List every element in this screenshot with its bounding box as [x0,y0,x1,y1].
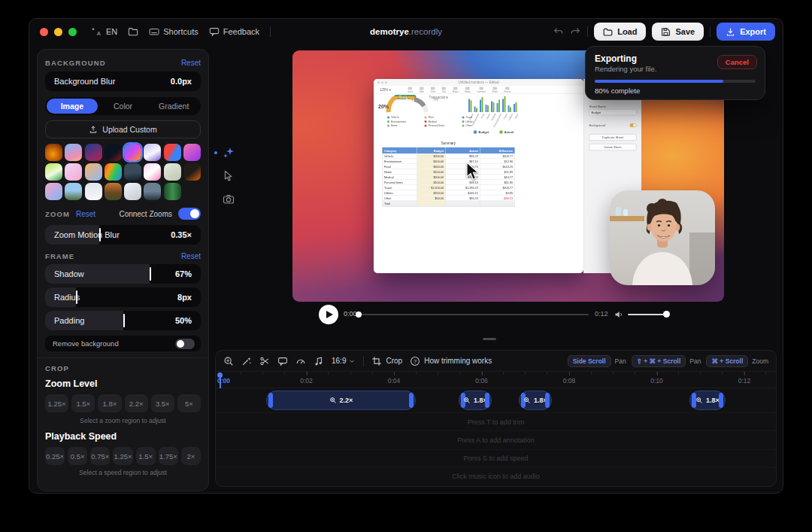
zoom-level-1.8×[interactable]: 1.8× [98,394,121,412]
wallpaper-thumb[interactable] [45,144,62,161]
webcam-overlay[interactable] [610,190,715,285]
zoom-level-1.25×[interactable]: 1.25× [45,394,68,412]
magic-wand-icon[interactable] [241,356,252,366]
wallpaper-thumb[interactable] [85,163,102,181]
zoom-segment[interactable]: 1.8× [459,391,492,410]
language-selector[interactable]: *A EN [92,26,117,37]
shortcuts-button[interactable]: Shortcuts [149,26,198,37]
tab-image[interactable]: Image [47,99,98,114]
panel-resize-handle[interactable] [483,338,496,340]
wallpaper-thumb[interactable] [124,144,141,161]
zoom-reset-button[interactable]: Reset [76,210,95,218]
tab-gradient[interactable]: Gradient [148,99,199,114]
segment-handle-right[interactable] [719,393,723,408]
segment-handle-right[interactable] [409,393,414,408]
wallpaper-thumb[interactable] [124,183,141,200]
wallpaper-thumb[interactable] [45,183,62,200]
segment-handle-right[interactable] [545,393,550,408]
camera-tool-button[interactable] [223,193,235,205]
scissors-icon[interactable] [259,356,270,366]
wallpaper-thumb[interactable] [124,163,141,181]
wallpaper-thumb[interactable] [144,163,161,181]
speed-0.75×[interactable]: 0.75× [90,447,110,465]
zoom-in-icon[interactable] [223,356,234,366]
wallpaper-thumb[interactable] [144,144,161,161]
speed-0.5×[interactable]: 0.5× [68,447,87,465]
maximize-window-button[interactable] [68,28,77,36]
cursor-tool-button[interactable] [223,170,235,182]
wallpaper-thumb[interactable] [183,144,201,161]
speed-0.25×[interactable]: 0.25× [45,447,65,465]
summary-cell: $203.77 [480,185,515,190]
wallpaper-thumb[interactable] [105,144,122,161]
zoom-track[interactable]: 2.2×1.8×1.8×1.8× [216,388,776,412]
remove-bg-toggle[interactable] [175,339,195,349]
upload-custom-button[interactable]: Upload Custom [45,120,201,138]
save-button[interactable]: Save [652,23,704,41]
redo-icon[interactable] [570,26,581,38]
zoom-segment[interactable]: 1.8× [689,391,726,410]
wallpaper-thumb[interactable] [65,163,82,181]
zoom-segment[interactable]: 1.8× [519,391,552,410]
speaker-icon[interactable] [614,310,623,319]
scrubber-track[interactable] [360,314,589,315]
speed-1.25×[interactable]: 1.25× [113,447,132,465]
wallpaper-thumb[interactable] [105,163,122,181]
summary-row: Entertainment$100.00$87.10$12.90 [383,159,515,164]
wallpaper-thumb[interactable] [144,183,161,200]
zoom-motion-blur-slider[interactable]: Zoom Motion Blur0.35× [45,225,201,245]
crop-button[interactable]: Crop [371,356,402,366]
volume-handle[interactable] [663,311,670,318]
play-button[interactable] [319,305,338,324]
undo-icon[interactable] [553,26,564,38]
zoom-level-5×[interactable]: 5× [177,394,201,412]
music-icon[interactable] [314,356,324,366]
remove-background-row[interactable]: Remove background [45,336,201,351]
wallpaper-thumb[interactable] [105,183,122,200]
segment-handle-right[interactable] [485,393,489,408]
radius-slider[interactable]: Radius8px [45,287,201,307]
timeline-ruler[interactable]: 0:000:020:040:060:080:100:12 [216,372,776,388]
open-project-button[interactable] [128,26,138,37]
padding-slider[interactable]: Padding50% [45,311,201,330]
wallpaper-thumb[interactable] [65,183,82,200]
help-button[interactable]: ? How trimming works [410,356,492,366]
wallpaper-thumb[interactable] [85,183,102,200]
speed-gauge-icon[interactable] [295,356,306,366]
export-button[interactable]: Export [717,23,775,41]
speed-1.5×[interactable]: 1.5× [136,447,156,465]
zoom-level-1.5×[interactable]: 1.5× [71,394,95,412]
speed-1.75×[interactable]: 1.75× [159,447,178,465]
load-button[interactable]: Load [594,23,646,41]
scrubber-handle[interactable] [356,312,362,318]
slider-handle[interactable] [123,314,125,327]
background-reset-button[interactable]: Reset [181,59,201,67]
wallpaper-thumb[interactable] [85,144,102,161]
wallpaper-thumb[interactable] [164,144,181,161]
zoom-level-3.5×[interactable]: 3.5× [151,394,174,412]
feedback-button[interactable]: Feedback [209,26,259,37]
wallpaper-thumb[interactable] [164,183,181,200]
frame-reset-button[interactable]: Reset [181,252,201,260]
wallpaper-thumb[interactable] [65,144,82,161]
wallpaper-thumb[interactable] [164,163,181,181]
close-window-button[interactable] [40,28,48,36]
speed-2×[interactable]: 2× [181,447,201,465]
zoom-segment[interactable]: 2.2× [266,391,416,410]
tab-color[interactable]: Color [98,99,149,114]
volume-track[interactable] [628,314,667,315]
slider-handle[interactable] [150,267,151,281]
background-blur-row[interactable]: Background Blur 0.0px [45,71,201,91]
playhead[interactable] [217,372,223,378]
aspect-ratio-select[interactable]: 16:9 [332,357,356,365]
wallpaper-thumb[interactable] [183,163,201,181]
minimize-window-button[interactable] [54,28,62,36]
effects-tool-button[interactable] [223,147,235,159]
shadow-slider[interactable]: Shadow67% [45,264,201,284]
annotation-icon[interactable] [277,356,288,366]
cancel-export-button[interactable]: Cancel [717,55,757,69]
zoom-level-2.2×[interactable]: 2.2× [125,394,148,412]
connect-zooms-toggle[interactable] [178,208,201,220]
wallpaper-thumb[interactable] [45,163,62,181]
summary-cell: $100.00 [417,180,446,185]
